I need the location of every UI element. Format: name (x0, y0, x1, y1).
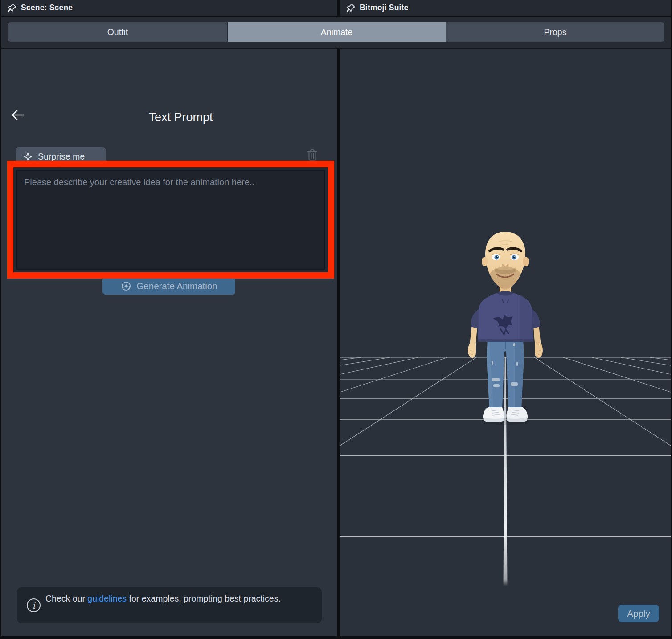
tab-animate[interactable]: Animate (228, 22, 446, 42)
info-text-prefix: Check our (45, 594, 87, 603)
guidelines-link[interactable]: guidelines (87, 594, 127, 603)
scene-3d-render (340, 49, 671, 636)
generate-animation-button[interactable]: Generate Animation (102, 278, 235, 295)
bitmoji-suite-titlebar: Bitmoji Suite (340, 0, 671, 16)
sparkle-icon (23, 152, 33, 162)
back-button[interactable] (9, 107, 26, 123)
tab-outfit[interactable]: Outfit (8, 22, 227, 42)
generate-icon (120, 280, 132, 292)
text-prompt-panel: Text Prompt Surprise me Generate Animati… (1, 49, 337, 636)
info-icon: i (26, 598, 41, 613)
page-title: Text Prompt (25, 111, 337, 124)
guidelines-info-text: Check our guidelines for examples, promp… (45, 593, 283, 605)
pin-icon (7, 3, 17, 13)
clear-prompt-button[interactable] (306, 147, 319, 162)
tab-props[interactable]: Props (446, 22, 664, 42)
surprise-me-label: Surprise me (38, 152, 85, 162)
info-text-suffix: for examples, prompting best practices. (127, 594, 281, 603)
bitmoji-suite-title: Bitmoji Suite (360, 3, 409, 12)
trash-icon (307, 148, 318, 161)
scene-viewport[interactable]: Apply (340, 49, 671, 636)
pin-icon (346, 3, 356, 13)
scene-panel-titlebar: Scene: Scene (1, 0, 337, 16)
apply-button[interactable]: Apply (618, 605, 659, 622)
tab-bar: Outfit Animate Props (1, 17, 671, 49)
svg-text:i: i (32, 601, 36, 610)
animation-prompt-input[interactable] (16, 170, 325, 270)
generate-animation-label: Generate Animation (136, 281, 217, 291)
back-arrow-icon (11, 109, 25, 121)
scene-panel-title: Scene: Scene (21, 3, 73, 12)
bitmoji-suite-window: { "window": { "left_title": "Scene: Scen… (0, 0, 672, 639)
center-axis-line (504, 357, 508, 586)
annotation-highlight-box (7, 161, 334, 279)
guidelines-info-box: i Check our guidelines for examples, pro… (17, 587, 322, 623)
